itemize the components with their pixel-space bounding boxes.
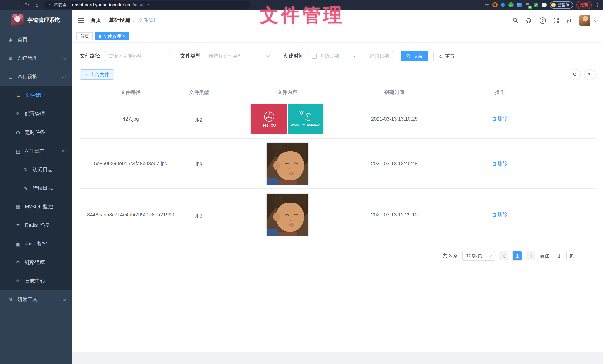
extension-orange-icon[interactable] — [492, 2, 498, 7]
cell-created-time: 2021-03-13 12:45:48 — [358, 161, 430, 166]
sidebar-item-config-management[interactable]: ✎ 配置管理 — [0, 105, 72, 123]
browser-update-button[interactable]: 更新 — [576, 1, 592, 9]
sidebar-item-api-logs[interactable]: ▤ API 日志 — [0, 142, 72, 160]
file-path-input[interactable] — [104, 51, 170, 61]
search-icon[interactable] — [512, 17, 518, 23]
home-icon[interactable]: ⌂ — [32, 2, 42, 8]
file-type-select[interactable]: 请选择文件类型 — [205, 51, 273, 61]
trash-icon — [492, 161, 496, 166]
sidebar-item-home[interactable]: ◉ 首页 — [0, 30, 72, 49]
chevron-down-icon[interactable] — [594, 19, 598, 22]
sidebar-item-dev-tools[interactable]: ⚒ 研发工具 — [0, 290, 72, 309]
trash-icon — [492, 117, 496, 121]
reset-button[interactable]: ↻ 重置 — [433, 51, 460, 61]
refresh-icon: ↻ — [439, 54, 443, 58]
extension-check-icon[interactable]: ✓ — [508, 2, 513, 7]
sidebar-item-scheduled-tasks[interactable]: ◷ 定时任务 — [0, 123, 72, 142]
sidebar-item-redis-monitor[interactable]: ≣ Redis 监控 — [0, 216, 72, 235]
monitor-icon: ▣ — [15, 241, 21, 247]
page-number-1[interactable]: 1 — [513, 251, 522, 260]
browser-menu-icon[interactable]: ⋮ — [595, 2, 600, 8]
file-preview-996icu[interactable]: 996.ICU work-life balance — [251, 103, 324, 134]
bookmark-star-icon[interactable]: ☆ — [485, 2, 489, 8]
sidebar-item-file-management[interactable]: ☁ 文件管理 — [0, 86, 72, 105]
breadcrumb-home[interactable]: 首页 — [91, 17, 101, 24]
paused-extension-pill[interactable]: 已暂停 — [550, 1, 573, 8]
file-preview-baby-meme[interactable]: 我裂开了 — [267, 193, 308, 236]
upload-file-button[interactable]: + 上传文件 — [80, 69, 114, 80]
sidebar-item-java-monitor[interactable]: ▣ Java 监控 — [0, 235, 72, 253]
delete-button[interactable]: 删除 — [492, 211, 507, 218]
cell-file-path: 5e8609290e915c4fa8b08e67.jpg — [80, 161, 182, 166]
show-search-button[interactable] — [569, 69, 581, 80]
file-preview-baby-meme[interactable]: 我裂开了 — [267, 142, 308, 185]
bed-badge-icon — [263, 110, 276, 123]
col-header-path: 文件路径 — [80, 89, 182, 96]
breadcrumb-infrastructure[interactable]: 基础设施 — [109, 17, 130, 24]
table-toolbar: + 上传文件 ↻ — [80, 69, 596, 80]
browser-toolbar: ← → ↻ ⌂ ⚠ 不安全 dashboard.yudao.iocoder.cn… — [0, 0, 603, 10]
goto-page-input[interactable] — [552, 250, 567, 261]
cell-file-type: jpg — [182, 161, 217, 166]
tab-home[interactable]: 首页 — [77, 32, 93, 40]
timer-icon: ◷ — [15, 130, 21, 135]
prev-page-button[interactable] — [499, 251, 508, 260]
breadcrumb-separator: / — [133, 17, 135, 23]
app-logo-row[interactable]: 芋道管理系统 — [0, 10, 72, 30]
chevron-down-icon — [488, 253, 492, 257]
github-icon[interactable] — [526, 17, 532, 23]
page-content: 文件路径 文件类型 请选择文件类型 创建时间 开始日期 - 结束日期 — [72, 42, 603, 352]
sidebar-item-infrastructure[interactable]: ⊡ 基础设施 — [0, 68, 72, 86]
sidebar-item-access-logs[interactable]: ✎ 访问日志 — [0, 160, 72, 179]
sidebar-item-trace[interactable]: ⊙ 链路追踪 — [0, 253, 72, 272]
extension-on-switch-icon[interactable] — [525, 2, 530, 7]
user-avatar[interactable] — [579, 15, 590, 26]
date-range-picker[interactable]: 开始日期 - 结束日期 — [308, 51, 393, 61]
sidebar: 芋道管理系统 ◉ 首页 ⚙ 系统管理 ⊡ 基础设施 ☁ 文件管理 ✎ — [0, 10, 72, 364]
plus-icon: + — [85, 72, 88, 77]
page-unit-label: 页 — [569, 252, 574, 259]
search-icon — [573, 72, 577, 77]
tab-file-management[interactable]: 文件管理 × — [95, 32, 129, 40]
svg-text:我裂开了: 我裂开了 — [278, 145, 297, 150]
back-icon[interactable]: ← — [3, 2, 13, 8]
url-path: /infra/file — [133, 3, 149, 7]
close-icon[interactable]: × — [123, 34, 126, 39]
extension-pin-icon[interactable] — [500, 2, 506, 8]
sidebar-item-error-logs[interactable]: ✎ 错误日志 — [0, 179, 72, 197]
collapse-menu-icon[interactable] — [78, 18, 84, 23]
col-header-type: 文件类型 — [182, 89, 217, 96]
top-navbar: 首页 / 基础设施 / 文件管理 ? TT — [72, 10, 603, 31]
extension-green-icon[interactable]: 2 — [533, 2, 538, 7]
cell-file-path: 427.jpg — [80, 116, 182, 122]
font-size-icon[interactable]: TT — [567, 17, 572, 23]
sidebar-item-log-center[interactable]: ✎ 日志中心 — [0, 272, 72, 290]
address-bar[interactable]: ⚠ 不安全 dashboard.yudao.iocoder.cn /infra/… — [44, 1, 250, 9]
forward-icon[interactable]: → — [13, 2, 22, 8]
table-row: 427.jpg jpg 996.ICU — [80, 99, 596, 139]
extensions-puzzle-icon[interactable] — [542, 2, 546, 7]
delete-button[interactable]: 删除 — [492, 115, 507, 122]
col-header-created: 创建时间 — [358, 89, 430, 96]
cell-created-time: 2021-03-13 12:29:10 — [358, 212, 430, 217]
sidebar-item-mysql-monitor[interactable]: ▦ MySQL 监控 — [0, 197, 72, 216]
screen: ← → ↻ ⌂ ⚠ 不安全 dashboard.yudao.iocoder.cn… — [0, 0, 603, 364]
search-button[interactable]: 搜索 — [401, 51, 428, 61]
extension-blue-icon[interactable] — [517, 2, 522, 7]
page-size-select[interactable]: 10条/页 — [462, 251, 495, 261]
sidebar-item-system-management[interactable]: ⚙ 系统管理 — [0, 49, 72, 68]
chevron-down-icon — [62, 297, 67, 301]
next-page-button[interactable] — [526, 251, 535, 260]
refresh-table-button[interactable]: ↻ — [584, 69, 596, 80]
help-icon[interactable]: ? — [540, 17, 546, 23]
table-row: 8448cada8c714e4ab61f521c8da21990 jpg — [80, 189, 596, 241]
log-icon: ✎ — [23, 185, 29, 191]
infra-icon: ⊡ — [8, 74, 13, 80]
delete-button[interactable]: 删除 — [492, 160, 507, 167]
main-area: 首页 / 基础设施 / 文件管理 ? TT — [72, 10, 603, 364]
database-icon: ▦ — [15, 204, 21, 210]
total-count: 共 3 条 — [443, 252, 458, 259]
filter-form: 文件路径 文件类型 请选择文件类型 创建时间 开始日期 - 结束日期 — [80, 51, 596, 61]
reload-icon[interactable]: ↻ — [22, 2, 32, 8]
fullscreen-icon[interactable] — [553, 17, 559, 23]
